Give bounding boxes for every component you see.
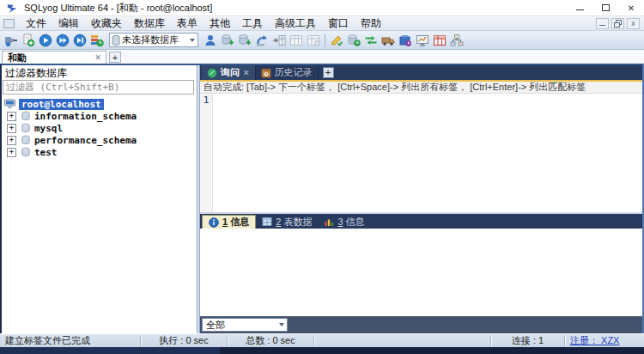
info-icon: [209, 217, 219, 228]
connection-tab-active[interactable]: 和勤 ✕: [2, 51, 106, 64]
tree-node-database[interactable]: + performance_schema: [2, 134, 197, 146]
autocomplete-hint: 自动完成: [Tab]-> 下一个标签， [Ctrl+Space]-> 列出所有…: [200, 82, 642, 94]
menu-table[interactable]: 表单: [171, 15, 204, 32]
message-filter-bar: 全部: [200, 316, 642, 333]
tree-node-connection[interactable]: root@localhost: [2, 98, 197, 110]
query-icon: [207, 68, 217, 78]
new-query-tab-button[interactable]: +: [323, 67, 334, 78]
menu-edit[interactable]: 编辑: [52, 15, 85, 32]
database-icon: [20, 147, 32, 157]
tree-node-database[interactable]: + test: [2, 146, 197, 158]
connection-tab-strip: 和勤 ✕ +: [0, 50, 644, 64]
execute-all-queries-icon[interactable]: [54, 32, 71, 48]
execute-query-icon[interactable]: [37, 32, 54, 48]
tree-node-database[interactable]: + mysql: [2, 122, 197, 134]
menu-others[interactable]: 其他: [204, 15, 236, 32]
copy-to-different-host-icon[interactable]: [270, 32, 288, 48]
tab-info-3[interactable]: 3 信息: [318, 215, 370, 229]
sql-editor-body[interactable]: [213, 94, 642, 212]
chevron-down-icon: [187, 34, 197, 46]
database-filter-input[interactable]: [3, 80, 194, 95]
tree-node-label: performance_schema: [34, 135, 137, 146]
database-icon: [112, 35, 120, 46]
table-insert-icon[interactable]: [288, 32, 305, 48]
query-builder-icon[interactable]: [448, 32, 465, 48]
refresh-object-browser-icon[interactable]: [88, 32, 106, 48]
database-select-value: 未选择数据库: [122, 34, 187, 46]
expand-icon[interactable]: +: [7, 112, 16, 121]
status-total-time: 总数 : 0 sec: [228, 334, 313, 347]
history-icon: [261, 68, 271, 78]
scheduled-backup-icon[interactable]: [345, 32, 362, 48]
maximize-button[interactable]: [592, 0, 618, 15]
query-analyzer-icon[interactable]: [414, 32, 431, 48]
format-query-icon[interactable]: [328, 32, 345, 48]
tab-label: 表数据: [283, 217, 312, 227]
menu-favorites[interactable]: 收藏夹: [85, 15, 128, 32]
table-update-icon[interactable]: [305, 32, 322, 48]
tab-table-data[interactable]: 2 表数据: [256, 215, 318, 229]
copy-database-truck-icon[interactable]: [380, 32, 397, 48]
query-pane: 询问 ✕ 历史记录 + 自动完成: [Tab]-> 下一个标签， [Ctrl+S…: [200, 65, 642, 333]
menu-powertools[interactable]: 高级工具: [269, 15, 322, 32]
database-select[interactable]: 未选择数据库: [109, 33, 198, 47]
tree-node-label: test: [34, 147, 58, 158]
new-connection-tab-button[interactable]: +: [109, 52, 121, 63]
mdi-minimize-button[interactable]: [596, 18, 609, 29]
tree-node-label: root@localhost: [19, 99, 104, 110]
database-tree: root@localhost + information_schema + my…: [2, 96, 197, 333]
user-manager-icon[interactable]: [202, 32, 219, 48]
menu-file[interactable]: 文件: [20, 15, 52, 32]
tab-label: 历史记录: [275, 66, 313, 79]
message-filter-value: 全部: [203, 319, 276, 332]
register-link[interactable]: 注册： XZX: [565, 334, 644, 347]
connection-tab-label: 和勤: [8, 52, 93, 64]
sqlyog-window: SQLyog Ultimate 64 - [和勤 - root@localhos…: [0, 0, 644, 354]
expand-icon[interactable]: +: [7, 124, 16, 133]
mdi-close-button[interactable]: x: [627, 18, 640, 29]
connection-tab-close-icon[interactable]: ✕: [93, 53, 103, 62]
tab-query[interactable]: 询问 ✕: [202, 65, 256, 80]
mdi-restore-button[interactable]: [611, 18, 624, 29]
tab-messages-1[interactable]: 1 信息: [202, 215, 256, 229]
import-restore-icon[interactable]: [253, 32, 270, 48]
new-connection-icon[interactable]: [3, 32, 20, 48]
job-agent-icon[interactable]: [397, 32, 414, 48]
new-query-editor-icon[interactable]: [20, 32, 37, 48]
filter-databases-header: 过滤器数据库: [2, 65, 197, 80]
status-bar: 建立标签文件已完成 执行 : 0 sec 总数 : 0 sec 连接 : 1 注…: [0, 333, 644, 347]
database-icon: [20, 123, 32, 133]
expand-icon[interactable]: +: [7, 148, 16, 157]
schema-designer-icon[interactable]: [431, 32, 448, 48]
export-database-icon[interactable]: [219, 32, 236, 48]
execute-current-query-icon[interactable]: [71, 32, 88, 48]
sql-editor[interactable]: 1: [200, 94, 642, 212]
chart-icon: [324, 217, 334, 227]
tab-close-icon[interactable]: ✕: [243, 69, 250, 77]
menu-database[interactable]: 数据库: [128, 15, 171, 32]
line-number-gutter: 1: [200, 94, 213, 212]
menu-tools[interactable]: 工具: [236, 15, 269, 32]
tab-history[interactable]: 历史记录: [256, 65, 319, 80]
tab-accel: 2: [276, 217, 281, 227]
close-button[interactable]: ✕: [618, 0, 644, 15]
tree-node-label: information_schema: [34, 111, 137, 122]
messages-area: [200, 229, 642, 316]
window-frame-bottom: [0, 347, 644, 354]
server-icon: [4, 99, 16, 109]
query-tab-bar: 询问 ✕ 历史记录 +: [200, 65, 642, 80]
message-filter-select[interactable]: 全部: [202, 318, 288, 332]
data-sync-icon[interactable]: [362, 32, 380, 48]
minimize-button[interactable]: [567, 0, 592, 15]
tab-accel: 3: [337, 217, 343, 227]
menu-bar: 文件 编辑 收藏夹 数据库 表单 其他 工具 高级工具 窗口 帮助 x: [0, 16, 644, 31]
toolbar-separator: [325, 34, 325, 47]
menu-help[interactable]: 帮助: [355, 15, 387, 32]
toolbar: 未选择数据库: [0, 31, 644, 50]
main-area: 过滤器数据库 root@localhost + information_sche…: [0, 64, 644, 333]
tree-node-database[interactable]: + information_schema: [2, 110, 197, 122]
backup-database-icon[interactable]: [236, 32, 253, 48]
tab-label: 信息: [346, 217, 365, 227]
menu-window[interactable]: 窗口: [322, 15, 355, 32]
expand-icon[interactable]: +: [7, 136, 16, 145]
